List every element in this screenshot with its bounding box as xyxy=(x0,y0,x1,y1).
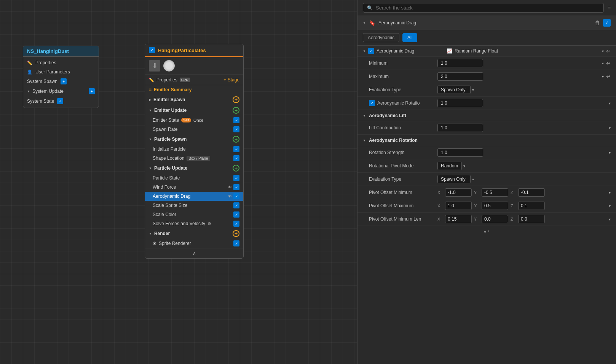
pivot-min-x[interactable] xyxy=(445,188,472,197)
collapse-aero-rot-icon[interactable]: ▼ xyxy=(363,139,366,142)
scale-sprite-item[interactable]: Scale Sprite Size ✓ xyxy=(145,201,243,210)
plus-icon-orange[interactable]: + xyxy=(233,96,239,103)
ns-properties-item[interactable]: ✏️ Properties xyxy=(23,58,99,67)
minimum-input[interactable] xyxy=(437,59,483,67)
init-particle-item[interactable]: Initialize Particle ✓ xyxy=(145,145,243,154)
search-input[interactable] xyxy=(376,5,600,11)
aero-rotation-section-label: Aerodynamic Rotation xyxy=(369,138,611,143)
ns-node-title: NS_HanginigDust xyxy=(27,48,69,54)
particle-spawn-header[interactable]: ▼ Particle Spawn + xyxy=(145,134,243,145)
search-icon: 🔍 xyxy=(367,5,373,11)
plus-icon-green-2[interactable]: + xyxy=(233,136,239,143)
aero-rotation-header[interactable]: ▼ Aerodynamic Rotation xyxy=(357,135,616,146)
eye-icon-2[interactable]: 👁 xyxy=(228,194,232,199)
pivot-max-z[interactable] xyxy=(518,202,545,210)
pivot-mode-select[interactable]: Random Fixed xyxy=(437,162,462,170)
delete-button[interactable]: 🗑 xyxy=(595,20,600,26)
triangle-down-icon-5: ▼ xyxy=(149,232,152,235)
collapse-button[interactable]: ∧ xyxy=(145,248,243,258)
triangle-down-icon: ▼ xyxy=(27,90,30,93)
ns-system-spawn-label: System Spawn xyxy=(27,79,57,84)
collapse-drag-icon[interactable]: ▼ xyxy=(363,49,366,53)
search-box[interactable]: 🔍 xyxy=(363,3,604,13)
scale-color-item[interactable]: Scale Color ✓ xyxy=(145,210,243,219)
ns-system-spawn-item[interactable]: System Spawn + xyxy=(23,76,99,86)
chevron-pivot: ▾ xyxy=(463,164,465,168)
ns-system-update-header[interactable]: ▼ System Update + xyxy=(23,86,99,96)
shape-location-item[interactable]: Shape Location Box / Plane ✓ xyxy=(145,154,243,163)
render-header[interactable]: ▼ Render + xyxy=(145,228,243,239)
aero-lift-header[interactable]: ▼ Aerodynamic Lift xyxy=(357,110,616,121)
emitter-summary-header[interactable]: ≡ Emitter Summary xyxy=(145,85,243,94)
tab-aerodynamic[interactable]: Aerodynamic xyxy=(363,33,399,42)
pivot-min-z[interactable] xyxy=(518,188,545,197)
revert-minimum[interactable]: ↩ xyxy=(606,60,611,66)
sprite-renderer-item[interactable]: ✳ Sprite Renderer ✓ xyxy=(145,239,243,248)
hp-node: ✓ HangingParticulates ⬇ ✏️ Properties CP… xyxy=(145,44,244,259)
chevron-up-icon: ∧ xyxy=(193,251,196,256)
lift-contribution-input[interactable] xyxy=(437,124,483,132)
hp-props-row: ✏️ Properties CPU + Stage xyxy=(145,75,243,85)
sprite-download-icon: ⬇ xyxy=(149,60,160,72)
pivot-minlen-x[interactable] xyxy=(445,215,472,223)
z-label-2: Z xyxy=(511,217,516,221)
ns-system-state-label: System State xyxy=(27,99,54,104)
rot-eval-type-select[interactable]: Spawn Only Every Frame xyxy=(437,175,471,183)
eval-type-select[interactable]: Spawn Only Every Frame xyxy=(437,86,471,94)
emitter-spawn-header[interactable]: ▶ Emitter Spawn + xyxy=(145,94,243,105)
ns-system-state-item[interactable]: System State ✓ xyxy=(23,96,99,106)
triangle-icon: ▶ xyxy=(149,98,151,102)
rot-eval-type-label: Evaluation Type xyxy=(369,176,437,182)
tab-all[interactable]: All xyxy=(402,33,417,42)
collapse-lift-icon[interactable]: ▼ xyxy=(363,114,366,118)
plus-icon-green-3[interactable]: + xyxy=(233,165,239,172)
plus-icon-green[interactable]: + xyxy=(233,107,239,114)
pivot-min-y[interactable] xyxy=(482,188,508,197)
spawn-rate-item[interactable]: Spawn Rate ✓ xyxy=(145,125,243,134)
lift-contribution-row: Lift Contribution ▾ xyxy=(357,121,616,135)
pivot-minlen-z[interactable] xyxy=(518,215,545,223)
aero-rotation-input[interactable] xyxy=(437,99,483,107)
ns-user-params-item[interactable]: 👤 User Parameters xyxy=(23,67,99,76)
check-icon-wind: ✓ xyxy=(233,184,239,190)
emitter-state-item[interactable]: Emitter State Self Once ✓ xyxy=(145,116,243,125)
z-label-0: Z xyxy=(511,190,516,195)
collapse-aero-icon[interactable]: ▼ xyxy=(363,21,366,25)
aero-check[interactable]: ✓ xyxy=(368,48,374,54)
emitter-update-header[interactable]: ▼ Emitter Update + xyxy=(145,105,243,116)
rot-eval-type-row: Evaluation Type Spawn Only Every Frame ▾ xyxy=(357,173,616,186)
aerodynamic-drag-item[interactable]: Aerodynamic Drag 👁 ✓ xyxy=(145,192,243,201)
y-label-2: Y xyxy=(474,217,479,221)
pivot-max-x[interactable] xyxy=(445,202,472,210)
sprite-renderer-label: Sprite Renderer xyxy=(159,241,191,246)
stage-button[interactable]: + Stage xyxy=(223,77,239,83)
wind-force-item[interactable]: Wind Force 👁 ✓ xyxy=(145,183,243,192)
pivot-max-y[interactable] xyxy=(482,202,508,210)
maximum-input[interactable] xyxy=(437,72,483,81)
filter-icon[interactable]: ≡ xyxy=(608,5,611,11)
aero-lift-label: Aerodynamic Lift xyxy=(369,113,611,118)
emitter-update-label: Emitter Update xyxy=(154,108,187,113)
pivot-minlen-y[interactable] xyxy=(482,215,508,223)
aero-drag-type: Random Range Float xyxy=(455,48,498,54)
circle-plus-icon-2[interactable]: + xyxy=(89,88,95,94)
check-icon-scale: ✓ xyxy=(233,202,239,208)
solve-forces-label: Solve Forces and Velocity xyxy=(153,221,205,226)
particle-update-header[interactable]: ▼ Particle Update + xyxy=(145,163,243,173)
particle-state-item[interactable]: Particle State ✓ xyxy=(145,173,243,183)
circle-plus-icon[interactable]: + xyxy=(61,78,67,84)
revert-maximum[interactable]: ↩ xyxy=(606,73,611,79)
aero-rotation-check[interactable]: ✓ xyxy=(369,100,375,106)
enable-button[interactable]: ✓ xyxy=(603,19,611,27)
minimum-row: Minimum ▾ ↩ xyxy=(357,57,616,70)
eye-icon[interactable]: 👁 xyxy=(228,185,232,189)
emitter-summary-label: Emitter Summary xyxy=(154,87,192,92)
x-label-2: X xyxy=(437,217,443,221)
plus-icon-orange-2[interactable]: + xyxy=(233,230,239,237)
rotation-strength-input[interactable] xyxy=(437,148,483,157)
revert-icon[interactable]: ↩ xyxy=(606,48,611,54)
hp-props-label: Properties xyxy=(156,77,177,83)
aero-drag-label: Aerodynamic Drag xyxy=(377,48,414,54)
solve-forces-item[interactable]: Solve Forces and Velocity ⚙ ✓ xyxy=(145,219,243,228)
footer-row: ▾ * xyxy=(357,226,616,238)
